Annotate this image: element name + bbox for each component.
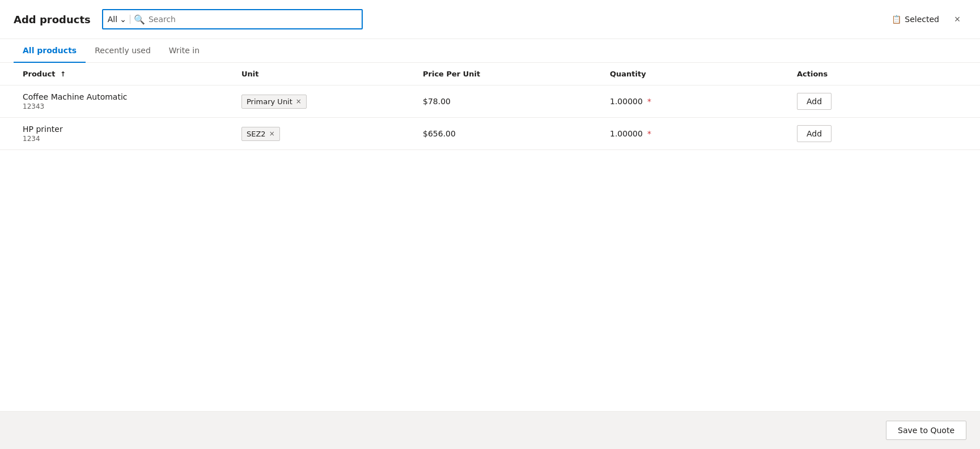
price-cell-2: $656.00 <box>414 118 601 150</box>
selected-label: Selected <box>905 15 939 24</box>
unit-tag-label-1: Primary Unit <box>247 97 292 106</box>
unit-tag-2: SEZ2 × <box>241 127 280 141</box>
quantity-cell-1: 1.00000 * <box>601 85 788 118</box>
col-header-unit: Unit <box>232 63 414 85</box>
required-star-1: * <box>647 97 651 106</box>
price-cell-1: $78.00 <box>414 85 601 118</box>
table-row: Coffee Machine Automatic 12343 Primary U… <box>0 85 980 118</box>
products-table-container: Product ↑ Unit Price Per Unit Quantity A… <box>0 63 980 411</box>
products-table: Product ↑ Unit Price Per Unit Quantity A… <box>0 63 980 150</box>
product-cell-2: HP printer 1234 <box>0 118 232 150</box>
header-right: 📋 Selected × <box>892 10 966 28</box>
unit-tag-close-2[interactable]: × <box>269 130 275 137</box>
chevron-down-icon: ⌄ <box>120 15 126 24</box>
table-header-row: Product ↑ Unit Price Per Unit Quantity A… <box>0 63 980 85</box>
actions-cell-1: Add <box>788 85 980 118</box>
search-filter-label: All <box>108 15 117 24</box>
product-cell-1: Coffee Machine Automatic 12343 <box>0 85 232 118</box>
col-header-quantity: Quantity <box>601 63 788 85</box>
price-value-1: $78.00 <box>423 97 451 106</box>
col-header-product[interactable]: Product ↑ <box>0 63 232 85</box>
add-button-1[interactable]: Add <box>797 93 831 110</box>
close-icon: × <box>954 14 961 25</box>
dialog-header: Add products All ⌄ 🔍 📋 Selected × <box>0 0 980 39</box>
add-products-dialog: Add products All ⌄ 🔍 📋 Selected × All pr… <box>0 0 980 449</box>
tabs-bar: All products Recently used Write in <box>0 39 980 63</box>
col-header-price: Price Per Unit <box>414 63 601 85</box>
product-id-1: 12343 <box>23 102 223 110</box>
search-icon: 🔍 <box>134 14 145 25</box>
col-header-actions: Actions <box>788 63 980 85</box>
product-name-2: HP printer <box>23 125 223 134</box>
search-container: All ⌄ 🔍 <box>102 9 363 29</box>
required-star-2: * <box>647 129 651 138</box>
sort-asc-icon: ↑ <box>60 70 66 78</box>
save-to-quote-button[interactable]: Save to Quote <box>886 421 966 440</box>
add-button-2[interactable]: Add <box>797 125 831 142</box>
unit-cell-2: SEZ2 × <box>232 118 414 150</box>
quantity-value-1: 1.00000 <box>610 97 643 106</box>
price-value-2: $656.00 <box>423 129 456 138</box>
quantity-cell-2: 1.00000 * <box>601 118 788 150</box>
search-input[interactable] <box>149 15 357 24</box>
dialog-title: Add products <box>14 14 91 25</box>
product-name-1: Coffee Machine Automatic <box>23 92 223 101</box>
close-button[interactable]: × <box>948 10 966 28</box>
tab-write-in[interactable]: Write in <box>160 39 209 63</box>
clipboard-icon: 📋 <box>892 15 901 24</box>
dialog-footer: Save to Quote <box>0 411 980 449</box>
quantity-value-2: 1.00000 <box>610 129 643 138</box>
search-filter-dropdown[interactable]: All ⌄ <box>108 15 130 24</box>
tab-all-products[interactable]: All products <box>14 39 86 63</box>
unit-tag-1: Primary Unit × <box>241 95 307 109</box>
unit-tag-close-1[interactable]: × <box>296 98 302 105</box>
actions-cell-2: Add <box>788 118 980 150</box>
selected-button[interactable]: 📋 Selected <box>892 15 939 24</box>
unit-tag-label-2: SEZ2 <box>247 130 266 138</box>
table-row: HP printer 1234 SEZ2 × $656.00 <box>0 118 980 150</box>
product-id-2: 1234 <box>23 135 223 143</box>
tab-recently-used[interactable]: Recently used <box>86 39 160 63</box>
unit-cell-1: Primary Unit × <box>232 85 414 118</box>
